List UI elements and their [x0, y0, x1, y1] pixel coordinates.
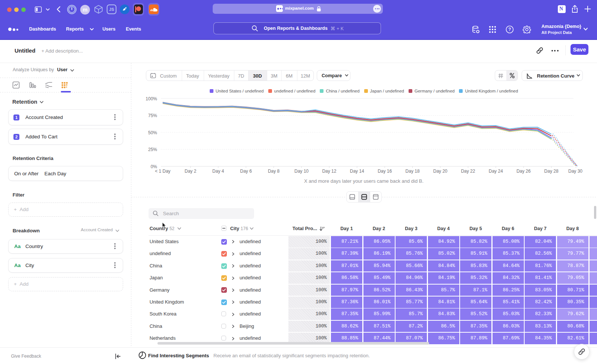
svg-text:25%: 25%	[148, 147, 157, 152]
svg-text:Day 4: Day 4	[212, 169, 224, 174]
svg-text:Day 10: Day 10	[294, 169, 309, 174]
svg-text:?: ?	[508, 27, 511, 32]
svg-text:Day 8: Day 8	[268, 169, 280, 174]
svg-text:< 1 Day: < 1 Day	[155, 169, 171, 174]
svg-text:Day 20: Day 20	[433, 169, 447, 174]
svg-text:50%: 50%	[148, 130, 157, 135]
svg-text:Day 6: Day 6	[240, 169, 252, 174]
svg-text:Day 14: Day 14	[350, 169, 364, 174]
svg-text:100%: 100%	[146, 96, 157, 101]
svg-text:Day 30: Day 30	[568, 169, 582, 174]
svg-text:Day 2: Day 2	[185, 169, 197, 174]
svg-text:Day 16: Day 16	[378, 169, 392, 174]
svg-text:Day 28: Day 28	[544, 169, 559, 174]
svg-text:Day 26: Day 26	[516, 169, 531, 174]
svg-text:Day 24: Day 24	[489, 169, 503, 174]
svg-text:75%: 75%	[148, 113, 157, 118]
svg-text:Day 22: Day 22	[461, 169, 475, 174]
svg-text:Day 18: Day 18	[406, 169, 420, 174]
svg-text:Day 12: Day 12	[322, 169, 336, 174]
